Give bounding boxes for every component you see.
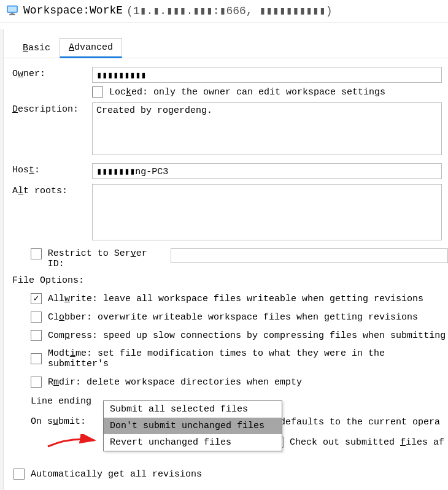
title-bar: Workspace: WorkE (1▮.▮.▮▮▮.▮▮▮:▮666, ▮▮▮… bbox=[0, 0, 448, 23]
alt-roots-textarea[interactable] bbox=[92, 184, 442, 240]
file-options-label: File Options: bbox=[12, 275, 448, 286]
alt-roots-label: Alt roots: bbox=[12, 184, 92, 196]
modtime-checkbox[interactable] bbox=[31, 353, 42, 364]
restrict-checkbox[interactable] bbox=[31, 248, 42, 259]
rmdir-label: Rmdir: delete workspace directories when… bbox=[48, 377, 302, 388]
allwrite-checkbox[interactable] bbox=[31, 293, 42, 304]
allwrite-label: Allwrite: leave all workspace files writ… bbox=[48, 294, 423, 304]
host-label: Host: bbox=[12, 163, 92, 175]
rmdir-checkbox[interactable] bbox=[31, 377, 42, 388]
title-redacted: (1▮.▮.▮▮▮.▮▮▮:▮666, ▮▮▮▮▮▮▮▮▮▮) bbox=[126, 4, 333, 17]
restrict-label: Restrict to Server ID: bbox=[48, 248, 168, 269]
locked-checkbox[interactable] bbox=[92, 86, 103, 98]
locked-label: Locked: only the owner can edit workspac… bbox=[109, 87, 385, 98]
checkout-submitted-label: Check out submitted files af bbox=[290, 437, 444, 448]
svg-rect-2 bbox=[11, 13, 14, 14]
on-submit-label: On submit: bbox=[31, 416, 86, 427]
description-textarea[interactable]: Created by rogerdeng. bbox=[92, 102, 442, 155]
description-label: Description: bbox=[12, 102, 92, 115]
auto-get-checkbox[interactable] bbox=[14, 469, 25, 480]
annotation-arrow-icon bbox=[47, 434, 102, 453]
dd-submit-all[interactable]: Submit all selected files bbox=[104, 401, 282, 418]
window-left-edge bbox=[0, 29, 4, 490]
host-input[interactable] bbox=[92, 163, 442, 179]
owner-label: Owner: bbox=[12, 67, 92, 79]
owner-input[interactable] bbox=[92, 67, 442, 83]
server-id-input[interactable] bbox=[171, 248, 448, 263]
compress-checkbox[interactable] bbox=[31, 330, 42, 341]
clobber-label: Clobber: overwrite writeable workspace f… bbox=[48, 312, 418, 323]
dd-revert-unchanged[interactable]: Revert unchanged files bbox=[104, 434, 282, 451]
line-ending-tail: al: defaults to the current opera bbox=[258, 417, 440, 427]
title-prefix: Workspace: bbox=[23, 4, 90, 17]
monitor-icon bbox=[6, 4, 18, 17]
dd-dont-submit-unchanged[interactable]: Don't submit unchanged files bbox=[104, 418, 282, 434]
tab-strip: Basic Advanced bbox=[0, 23, 448, 58]
tab-basic[interactable]: Basic bbox=[14, 39, 60, 58]
title-name: WorkE bbox=[90, 4, 123, 17]
svg-rect-1 bbox=[8, 7, 17, 12]
compress-label: Compress: speed up slow connections by c… bbox=[48, 331, 446, 341]
clobber-checkbox[interactable] bbox=[31, 312, 42, 323]
line-ending-label: Line ending bbox=[31, 396, 91, 407]
on-submit-dropdown[interactable]: Submit all selected files Don't submit u… bbox=[103, 400, 282, 451]
tab-advanced[interactable]: Advanced bbox=[60, 38, 122, 58]
auto-get-label: Automatically get all revisions bbox=[31, 469, 202, 480]
svg-rect-3 bbox=[9, 14, 15, 15]
modtime-label: Modtime: set file modification times to … bbox=[48, 348, 448, 369]
